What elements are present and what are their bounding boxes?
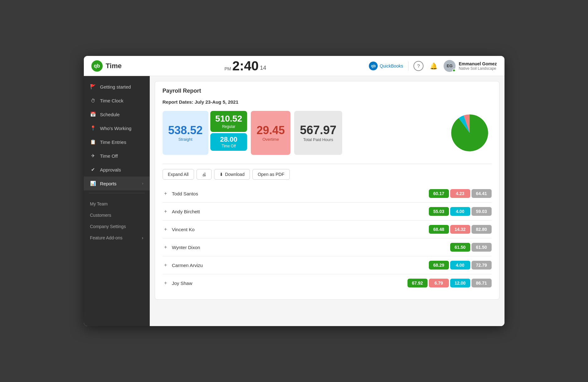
pie-chart-container: [448, 111, 492, 155]
sidebar-item-company-settings[interactable]: Company Settings: [84, 221, 150, 232]
employee-row[interactable]: + Vincent Ko 68.4814.3282.80: [163, 221, 492, 238]
print-icon: 🖨: [202, 172, 206, 177]
total-badge: 82.80: [472, 225, 492, 234]
app-container: qb Time PM 2:40 14 qb QuickBooks ? 🔔 EG …: [84, 56, 504, 326]
stat-regular-value: 510.52: [215, 114, 242, 124]
qb-logo-icon: qb: [91, 60, 103, 72]
regular-badge: 68.29: [429, 261, 449, 270]
sidebar-bottom: My Team Customers Company Settings Featu…: [84, 196, 150, 246]
employee-row[interactable]: + Wynter Dixon 61.5061.50: [163, 238, 492, 256]
hour-badges: 61.5061.50: [450, 243, 492, 252]
expand-icon: +: [163, 280, 169, 286]
content-area: Payroll Report Report Dates: July 23-Aug…: [150, 76, 504, 326]
sidebar-item-time-clock[interactable]: ⏱ Time Clock: [84, 94, 150, 107]
help-button[interactable]: ?: [413, 61, 423, 71]
expand-icon: +: [163, 191, 169, 196]
employee-row[interactable]: + Carmen Arvizu 68.294.0072.79: [163, 256, 492, 274]
time-ampm: PM: [224, 66, 231, 71]
sidebar-item-customers[interactable]: Customers: [84, 210, 150, 221]
nav-label: Approvals: [100, 167, 143, 172]
nav-label: Who's Working: [100, 126, 143, 131]
download-button[interactable]: ⬇ Download: [214, 169, 250, 180]
top-bar-left: qb Time: [91, 60, 122, 72]
report-title: Payroll Report: [163, 88, 492, 94]
overtime-badge: 6.79: [429, 279, 449, 287]
regular-badge: 60.17: [429, 189, 449, 198]
sidebar-item-feature-addons[interactable]: Feature Add-ons ›: [84, 232, 150, 243]
report-dates: Report Dates: July 23-Aug 5, 2021: [163, 99, 492, 105]
avatar: EG: [444, 60, 456, 72]
nav-icon: 🚩: [90, 84, 96, 90]
employee-row[interactable]: + Joy Shaw 67.926.7912.0086.71: [163, 274, 492, 292]
stat-timeoff-value: 28.00: [220, 136, 237, 143]
hour-badges: 60.174.2364.41: [429, 189, 492, 198]
divider-horizontal: [163, 164, 492, 164]
user-company: Native Soil Landscape: [459, 66, 497, 71]
sidebar-item-reports[interactable]: 📊 Reports ›: [84, 177, 150, 190]
employee-name: Todd Santos: [172, 191, 429, 196]
nav-label: Getting started: [100, 84, 143, 90]
total-badge: 59.03: [472, 207, 492, 216]
nav-icon: 📍: [90, 125, 96, 131]
employee-name: Vincent Ko: [172, 227, 429, 232]
top-bar: qb Time PM 2:40 14 qb QuickBooks ? 🔔 EG …: [84, 56, 504, 76]
open-pdf-button[interactable]: Open as PDF: [252, 169, 290, 180]
stat-regular: 510.52 Regular: [210, 111, 247, 132]
time-seconds: 14: [260, 65, 266, 71]
nav-label: Time Entries: [100, 139, 143, 145]
app-title: Time: [106, 62, 122, 70]
expand-all-button[interactable]: Expand All: [163, 169, 194, 180]
user-name: Emmanuel Gomez: [459, 61, 497, 66]
employee-row[interactable]: + Todd Santos 60.174.2364.41: [163, 185, 492, 203]
print-button[interactable]: 🖨: [197, 169, 212, 180]
nav-icon: ✔: [90, 166, 96, 173]
toolbar: Expand All 🖨 ⬇ Download Open as PDF: [163, 169, 492, 180]
employee-row[interactable]: + Andy Birchett 55.034.0059.03: [163, 203, 492, 221]
overtime-badge: 14.32: [450, 225, 470, 234]
total-badge: 61.50: [472, 243, 492, 252]
hour-badges: 68.4814.3282.80: [429, 225, 492, 234]
employee-name: Carmen Arvizu: [172, 263, 429, 268]
expand-icon: +: [163, 209, 169, 214]
timeoff-badge: 4.00: [450, 261, 470, 270]
nav-label: Time Clock: [100, 98, 143, 103]
sidebar-item-getting-started[interactable]: 🚩 Getting started: [84, 80, 150, 94]
quickbooks-icon: qb: [369, 62, 378, 70]
stat-timeoff: 28.00 Time Off: [210, 133, 247, 151]
quickbooks-link[interactable]: qb QuickBooks: [369, 62, 403, 70]
top-bar-right: qb QuickBooks ? 🔔 EG Emmanuel Gomez Nati…: [369, 60, 497, 72]
sidebar-item-time-off[interactable]: ✈ Time Off: [84, 149, 150, 163]
employee-name: Joy Shaw: [172, 281, 407, 286]
employee-list: + Todd Santos 60.174.2364.41 + Andy Birc…: [163, 185, 492, 292]
expand-icon: +: [163, 262, 169, 268]
download-icon: ⬇: [219, 172, 223, 177]
regular-badge: 55.03: [429, 207, 449, 216]
sidebar-item-schedule[interactable]: 📅 Schedule: [84, 107, 150, 121]
nav-icon: ✈: [90, 153, 96, 159]
timeoff-badge: 12.00: [450, 279, 470, 287]
expand-icon: +: [163, 226, 169, 232]
stat-timeoff-label: Time Off: [222, 144, 236, 148]
sidebar-item-approvals[interactable]: ✔ Approvals: [84, 163, 150, 177]
nav-label: Reports: [100, 181, 138, 186]
sidebar: 🚩 Getting started ⏱ Time Clock 📅 Schedul…: [84, 76, 150, 326]
chevron-right-icon: ›: [142, 235, 143, 240]
pie-chart: [448, 111, 492, 155]
sidebar-item-my-team[interactable]: My Team: [84, 198, 150, 210]
sidebar-item-who's-working[interactable]: 📍 Who's Working: [84, 121, 150, 135]
nav-list: 🚩 Getting started ⏱ Time Clock 📅 Schedul…: [84, 80, 150, 190]
employee-name: Wynter Dixon: [172, 245, 450, 250]
nav-label: Schedule: [100, 112, 143, 117]
employee-name: Andy Birchett: [172, 209, 429, 214]
time-display: 2:40: [232, 59, 259, 73]
expand-icon: +: [163, 244, 169, 250]
user-menu[interactable]: EG Emmanuel Gomez Native Soil Landscape: [444, 60, 497, 72]
stat-green-wrap: 510.52 Regular 28.00 Time Off: [210, 111, 247, 155]
regular-badge: 61.50: [450, 243, 470, 252]
sidebar-item-time-entries[interactable]: 📋 Time Entries: [84, 135, 150, 149]
nav-icon: ⏱: [90, 97, 96, 104]
notifications-button[interactable]: 🔔: [429, 61, 439, 71]
hour-badges: 68.294.0072.79: [429, 261, 492, 270]
pie-segment-regular: [451, 114, 488, 151]
chevron-icon: ›: [142, 181, 143, 186]
